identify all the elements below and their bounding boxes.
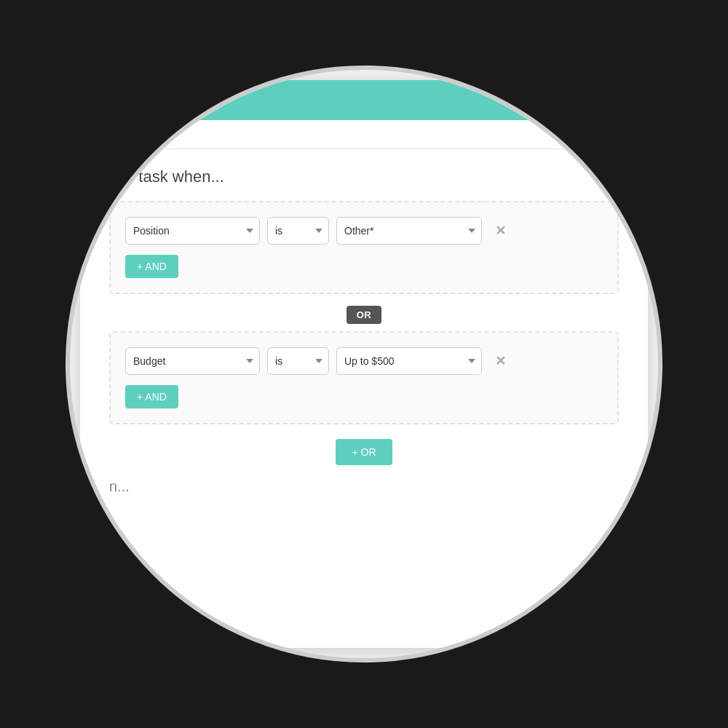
tab-bar: Conditions: [80, 120, 648, 149]
or-badge-container: OR: [109, 306, 619, 324]
section-title: this task when...: [109, 167, 619, 186]
circle-container: Conditions this task when... Position Bu…: [66, 66, 662, 662]
value-select-2[interactable]: Up to $500 $500-$1000 Over $1000: [336, 347, 482, 375]
field-select-1[interactable]: Position Budget Department Status: [125, 217, 260, 245]
tab-conditions[interactable]: Conditions: [80, 120, 165, 149]
add-and-button-1[interactable]: + AND: [125, 255, 178, 278]
condition-row-2: Budget Position Department Status is is …: [125, 347, 603, 375]
operator-select-1[interactable]: is is not contains: [267, 217, 329, 245]
delete-condition-2[interactable]: ✕: [489, 350, 512, 372]
value-select-1[interactable]: Other* Manager Director VP: [336, 217, 482, 245]
or-badge: OR: [347, 306, 382, 324]
modal-window: Conditions this task when... Position Bu…: [80, 80, 648, 648]
condition-group-2: Budget Position Department Status is is …: [109, 331, 619, 424]
bottom-partial-text: n...: [109, 478, 619, 495]
condition-group-1: Position Budget Department Status is is …: [109, 201, 619, 294]
delete-condition-1[interactable]: ✕: [489, 220, 512, 242]
close-icon-2: ✕: [495, 354, 506, 368]
add-and-button-2[interactable]: + AND: [125, 385, 178, 408]
field-select-2[interactable]: Budget Position Department Status: [125, 347, 260, 375]
add-or-button[interactable]: + OR: [336, 439, 392, 465]
add-or-container: + OR: [109, 439, 619, 465]
close-icon-1: ✕: [495, 223, 506, 238]
condition-row-1: Position Budget Department Status is is …: [125, 217, 603, 245]
operator-select-2[interactable]: is is not contains: [267, 347, 329, 375]
modal-content: this task when... Position Budget Depart…: [80, 153, 648, 648]
